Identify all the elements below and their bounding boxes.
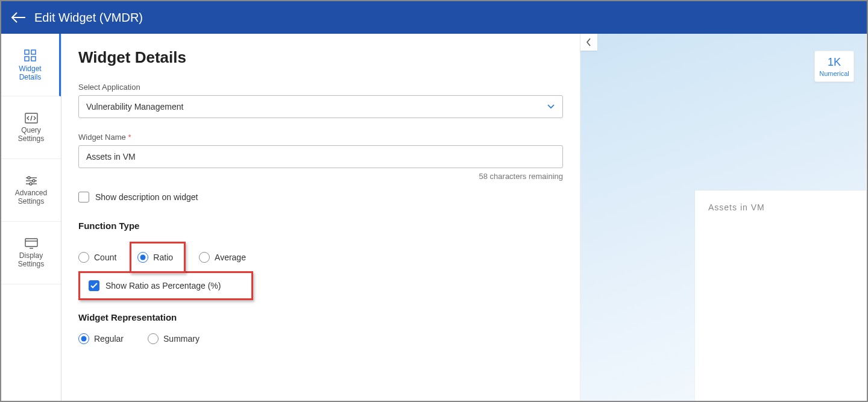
- show-ratio-percentage-checkbox[interactable]: [89, 280, 99, 291]
- function-type-label: Function Type: [78, 221, 563, 231]
- sliders-icon: [25, 175, 38, 186]
- svg-point-12: [30, 183, 32, 185]
- radio-icon: [199, 252, 210, 263]
- function-type-average[interactable]: Average: [199, 252, 246, 263]
- form-panel: Widget Details Select Application Vulner…: [61, 34, 580, 401]
- chip-label: Numerical: [819, 70, 849, 77]
- checkmark-icon: [90, 283, 98, 289]
- function-type-count[interactable]: Count: [78, 252, 116, 263]
- sidebar-item-display-settings[interactable]: Display Settings: [1, 222, 61, 284]
- radio-icon: [148, 333, 159, 344]
- radio-icon: [137, 252, 148, 263]
- widget-preview-card: Assets in VM: [695, 190, 866, 401]
- show-description-checkbox[interactable]: [78, 192, 89, 203]
- sidebar-item-widget-details[interactable]: Widget Details: [1, 34, 61, 96]
- show-ratio-percentage-row[interactable]: Show Ratio as Percentage (%): [89, 280, 243, 291]
- svg-rect-13: [25, 239, 37, 247]
- code-icon: [25, 113, 38, 124]
- radio-icon: [78, 252, 89, 263]
- widget-type-chip-numerical[interactable]: 1K Numerical: [814, 51, 854, 82]
- show-ratio-percentage-label: Show Ratio as Percentage (%): [105, 281, 221, 291]
- representation-radio-group: Regular Summary: [78, 333, 563, 344]
- sidebar-item-query-settings[interactable]: Query Settings: [1, 96, 61, 159]
- chip-value: 1K: [828, 56, 841, 69]
- widget-representation-label: Widget Representation: [78, 312, 563, 322]
- page-header: Edit Widget (VMDR): [1, 1, 867, 34]
- show-description-checkbox-row[interactable]: Show description on widget: [78, 192, 563, 203]
- svg-point-10: [33, 180, 35, 182]
- sidebar-item-advanced-settings[interactable]: Advanced Settings: [1, 159, 61, 222]
- svg-point-8: [28, 177, 30, 179]
- preview-pane: 1K Numerical Assets in VM: [580, 34, 866, 401]
- display-icon: [25, 238, 38, 249]
- representation-regular[interactable]: Regular: [78, 333, 124, 344]
- header-title: Edit Widget (VMDR): [34, 11, 143, 25]
- select-application-label: Select Application: [78, 83, 563, 92]
- page-title: Widget Details: [78, 48, 563, 67]
- chars-remaining-hint: 58 characters remaining: [78, 172, 563, 181]
- show-description-label: Show description on widget: [95, 192, 198, 202]
- function-type-ratio[interactable]: Ratio: [137, 252, 173, 263]
- left-sidebar: Widget Details Query Settings Advanced S…: [1, 34, 61, 401]
- collapse-preview-button[interactable]: [580, 34, 597, 51]
- widget-name-input[interactable]: [78, 145, 563, 168]
- function-type-radio-group: Count Ratio Average: [78, 242, 563, 273]
- grid-icon: [24, 49, 37, 62]
- svg-rect-3: [25, 57, 29, 61]
- application-dropdown[interactable]: Vulnerability Management: [78, 95, 563, 118]
- svg-line-6: [31, 116, 32, 121]
- svg-rect-1: [25, 50, 29, 54]
- application-dropdown-value: Vulnerability Management: [86, 102, 183, 111]
- preview-widget-title: Assets in VM: [708, 203, 853, 212]
- radio-icon: [78, 333, 89, 344]
- svg-rect-4: [31, 57, 36, 61]
- svg-rect-2: [31, 50, 36, 54]
- widget-name-label: Widget Name *: [78, 133, 563, 142]
- chevron-down-icon: [547, 104, 555, 110]
- representation-summary[interactable]: Summary: [148, 333, 200, 344]
- back-arrow-icon[interactable]: [10, 9, 27, 26]
- chevron-left-icon: [586, 38, 592, 46]
